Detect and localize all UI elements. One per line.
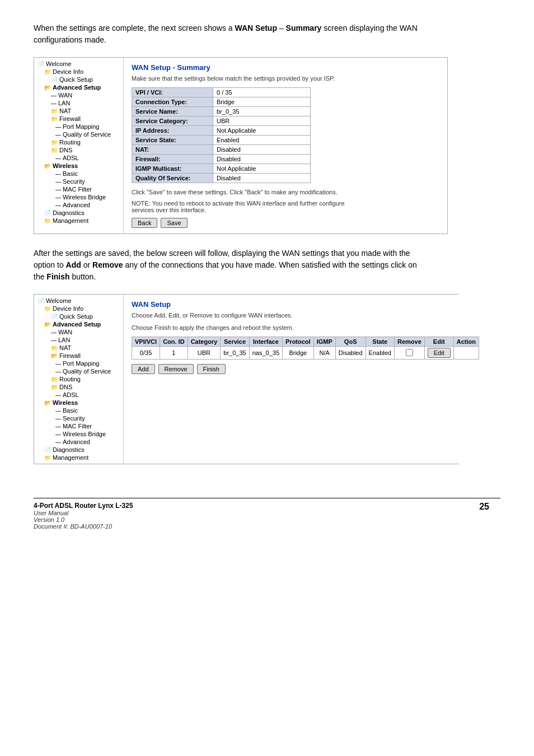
sidebar2-firewall[interactable]: 📂 Firewall bbox=[34, 352, 123, 360]
sidebar-advanced[interactable]: — Advanced bbox=[34, 201, 123, 209]
sidebar-lan[interactable]: — LAN bbox=[34, 99, 123, 107]
sidebar2-management[interactable]: 📁 Management bbox=[34, 454, 123, 461]
save-button[interactable]: Save bbox=[161, 218, 187, 228]
remove-checkbox[interactable] bbox=[406, 349, 413, 356]
intro-paragraph: When the settings are complete, the next… bbox=[34, 22, 425, 46]
sidebar-dns[interactable]: 📁 DNS bbox=[34, 146, 123, 154]
page-icon-2: 📄 bbox=[51, 314, 58, 320]
sidebar2-wan[interactable]: — WAN bbox=[34, 328, 123, 336]
sidebar2-adsl[interactable]: — ADSL bbox=[34, 391, 123, 399]
diag-icon-2: 📄 bbox=[44, 447, 51, 453]
panel2-btn-row: Add Remove Finish bbox=[132, 364, 479, 374]
panel1-note1: Click "Save" to save these settings. Cli… bbox=[132, 189, 367, 195]
sidebar2-routing-label: Routing bbox=[59, 376, 81, 382]
adsl-icon-2: — bbox=[55, 392, 61, 398]
sidebar-device-info[interactable]: 📁 Device Info bbox=[34, 68, 123, 76]
table-header: IGMP bbox=[313, 337, 335, 347]
summary-label: IP Address: bbox=[132, 126, 213, 136]
sidebar2-mac-filter[interactable]: — MAC Filter bbox=[34, 422, 123, 430]
panel1-title: WAN Setup - Summary bbox=[132, 63, 439, 72]
sidebar-routing[interactable]: 📁 Routing bbox=[34, 138, 123, 146]
back-button[interactable]: Back bbox=[132, 218, 157, 228]
summary-label: Service Name: bbox=[132, 107, 213, 116]
table-cell: nas_0_35 bbox=[249, 347, 282, 360]
sidebar-port-mapping[interactable]: — Port Mapping bbox=[34, 123, 123, 130]
sidebar2-nat-label: NAT bbox=[59, 344, 71, 351]
sidebar-wan[interactable]: — WAN bbox=[34, 91, 123, 99]
sidebar2-diagnostics-label: Diagnostics bbox=[53, 446, 85, 453]
sidebar-wireless[interactable]: 📂 Wireless bbox=[34, 162, 123, 170]
sidebar2-lan[interactable]: — LAN bbox=[34, 336, 123, 344]
sidebar2-basic[interactable]: — Basic bbox=[34, 407, 123, 414]
sidebar2-device-info[interactable]: 📁 Device Info bbox=[34, 305, 123, 312]
sidebar-adsl[interactable]: — ADSL bbox=[34, 154, 123, 162]
summary-value: Bridge bbox=[213, 97, 311, 107]
sidebar-quick-setup[interactable]: 📄 Quick Setup bbox=[34, 76, 123, 83]
sidebar-device-info-label: Device Info bbox=[53, 68, 83, 75]
sidebar2-port-mapping[interactable]: — Port Mapping bbox=[34, 360, 123, 367]
sidebar2-diagnostics[interactable]: 📄 Diagnostics bbox=[34, 446, 123, 454]
sidebar-nat[interactable]: 📁 NAT bbox=[34, 107, 123, 115]
wb-icon-2: — bbox=[55, 431, 61, 437]
sidebar2-advanced-setup[interactable]: 📂 Advanced Setup bbox=[34, 320, 123, 328]
sidebar-firewall-label: Firewall bbox=[59, 115, 81, 122]
edit-row-button[interactable]: Edit bbox=[428, 348, 451, 358]
table-header: Protocol bbox=[283, 337, 314, 347]
summary-row: Service Name:br_0_35 bbox=[132, 107, 311, 116]
summary-row: Service Category:UBR bbox=[132, 116, 311, 126]
sidebar-wireless-bridge-label: Wireless Bridge bbox=[63, 194, 106, 200]
sidebar-nat-label: NAT bbox=[59, 108, 71, 114]
table-cell: Bridge bbox=[283, 347, 314, 360]
sidebar-security[interactable]: — Security bbox=[34, 178, 123, 185]
sidebar-management[interactable]: 📁 Management bbox=[34, 217, 123, 225]
finish-button[interactable]: Finish bbox=[197, 364, 226, 374]
wireless-folder-icon: 📂 bbox=[44, 163, 51, 169]
sidebar-basic[interactable]: — Basic bbox=[34, 170, 123, 178]
sidebar-management-label: Management bbox=[53, 217, 88, 224]
dash-icon-s2-2: — bbox=[51, 337, 57, 343]
sidebar2-routing[interactable]: 📁 Routing bbox=[34, 375, 123, 383]
sidebar2-welcome[interactable]: 📄 Welcome bbox=[34, 297, 123, 305]
sidebar2-nat[interactable]: 📁 NAT bbox=[34, 344, 123, 352]
nat-folder-icon-2: 📁 bbox=[51, 345, 58, 351]
sidebar-mac-filter[interactable]: — MAC Filter bbox=[34, 185, 123, 193]
sidebar-lan-label: LAN bbox=[58, 100, 70, 106]
sidebar-quick-setup-label: Quick Setup bbox=[59, 76, 93, 83]
table-header: QoS bbox=[335, 337, 366, 347]
mgmt-icon-2: 📁 bbox=[44, 455, 51, 461]
summary-value: Disabled bbox=[213, 174, 311, 183]
summary-value: Not Applicable bbox=[213, 126, 311, 136]
sidebar2-qos[interactable]: — Quality of Service bbox=[34, 367, 123, 375]
footer-line3: Document #: BD-AU0007-10 bbox=[34, 523, 133, 530]
table-cell[interactable] bbox=[394, 347, 424, 360]
sidebar2-security[interactable]: — Security bbox=[34, 414, 123, 422]
sidebar2-wireless[interactable]: 📂 Wireless bbox=[34, 399, 123, 407]
add-button[interactable]: Add bbox=[132, 364, 155, 374]
remove-button[interactable]: Remove bbox=[158, 364, 194, 374]
sidebar-firewall[interactable]: 📁 Firewall bbox=[34, 115, 123, 123]
table-cell: UBR bbox=[188, 347, 221, 360]
sidebar-qos[interactable]: — Quality of Service bbox=[34, 130, 123, 138]
sidebar2-quick-setup[interactable]: 📄 Quick Setup bbox=[34, 312, 123, 320]
diag-icon: 📄 bbox=[44, 210, 51, 216]
sidebar2-firewall-label: Firewall bbox=[59, 352, 81, 359]
adv-icon: — bbox=[55, 202, 61, 208]
sidebar-welcome[interactable]: 📄 Welcome bbox=[34, 60, 123, 68]
sidebar-wireless-bridge[interactable]: — Wireless Bridge bbox=[34, 193, 123, 201]
sidebar-diagnostics[interactable]: 📄 Diagnostics bbox=[34, 209, 123, 217]
dns-icon-2: 📁 bbox=[51, 384, 58, 390]
intro-text-1: When the settings are complete, the next… bbox=[34, 24, 235, 32]
mid-bold-2: Remove bbox=[92, 260, 123, 269]
dash-icon: — bbox=[51, 92, 57, 99]
table-header: Remove bbox=[394, 337, 424, 347]
screenshot-panel-2: 📄 Welcome 📁 Device Info 📄 Quick Setup 📂 … bbox=[34, 294, 459, 464]
sidebar2-advanced[interactable]: — Advanced bbox=[34, 438, 123, 446]
sidebar2-wireless-bridge[interactable]: — Wireless Bridge bbox=[34, 430, 123, 438]
sidebar2-dns[interactable]: 📁 DNS bbox=[34, 383, 123, 391]
sidebar-advanced-label: Advanced bbox=[63, 202, 90, 208]
sidebar-welcome-label: Welcome bbox=[46, 60, 72, 67]
mac-icon: — bbox=[55, 186, 61, 193]
table-cell: Disabled bbox=[335, 347, 366, 360]
routing-icon: 📁 bbox=[51, 139, 58, 146]
sidebar-advanced-setup[interactable]: 📂 Advanced Setup bbox=[34, 83, 123, 91]
